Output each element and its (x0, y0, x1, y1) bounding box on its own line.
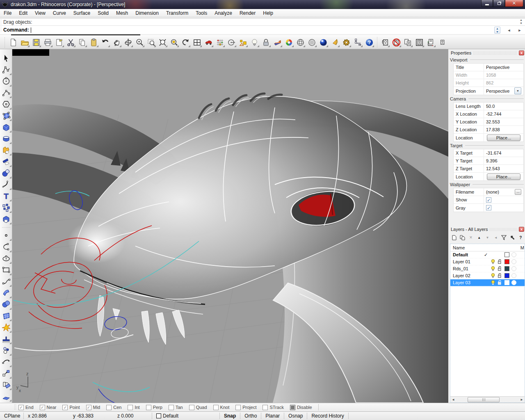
layer-visible-bulb-icon[interactable] (491, 280, 495, 285)
paste-icon[interactable] (88, 37, 99, 48)
layer-material-icon[interactable] (511, 266, 516, 271)
projection-dropdown-icon[interactable]: ▼ (514, 87, 521, 94)
wallpaper-browse-button[interactable]: ... (515, 189, 521, 195)
move-left-icon[interactable]: ◄ (493, 234, 498, 241)
solid-union-box-icon[interactable] (0, 213, 12, 225)
current-layer-pane[interactable]: Default (152, 413, 220, 419)
named-view-portrait-icon[interactable] (436, 37, 448, 48)
prop-row-cam-y[interactable]: Y Location 32.553 (454, 118, 523, 126)
scroll-right-icon[interactable]: ► (519, 398, 525, 402)
prop-row-tgt-z[interactable]: Z Target 12.543 (454, 165, 523, 173)
osnap-disable[interactable]: Disable (290, 405, 312, 410)
layer-material-icon[interactable] (511, 259, 516, 264)
layers-header[interactable]: Layers - All Layers x (450, 226, 525, 233)
osnap-grid-icon[interactable] (214, 37, 226, 48)
lock-icon[interactable] (260, 37, 272, 48)
layer-color-swatch[interactable] (504, 266, 509, 271)
filter-icon[interactable] (501, 234, 507, 241)
rotate-view-icon[interactable] (122, 37, 134, 48)
menu-solid[interactable]: Solid (94, 9, 112, 17)
command-history-scrollbar[interactable]: ▲▼ (518, 18, 524, 26)
layer-material-icon[interactable] (511, 280, 516, 285)
zoom-window-icon[interactable] (145, 37, 157, 48)
osnap-tan[interactable]: Tan (169, 405, 183, 410)
command-input[interactable]: Command: ▲▼ ◄ ► (0, 25, 525, 34)
prop-row-filename[interactable]: Filename (none) ... (454, 188, 523, 196)
cplane-pane[interactable]: CPlane (0, 413, 24, 419)
restore-button[interactable] (493, 0, 505, 7)
select-pointer-icon[interactable] (0, 52, 12, 64)
properties-header[interactable]: Properties x (450, 49, 525, 56)
blend-curve-icon[interactable] (0, 276, 12, 287)
revolve-surface-icon[interactable] (0, 133, 12, 144)
osnap-project[interactable]: Project (235, 405, 256, 410)
layer-color-swatch[interactable] (504, 280, 509, 285)
layer-material-icon[interactable] (511, 273, 516, 278)
menu-surface[interactable]: Surface (70, 9, 94, 17)
layer-row-rds01[interactable]: Rds_01 (450, 265, 525, 272)
car-icon[interactable] (203, 37, 214, 48)
open-curve-icon[interactable] (0, 241, 12, 253)
rectangle-icon[interactable] (0, 264, 12, 276)
menu-mesh[interactable]: Mesh (112, 9, 132, 17)
named-view-axes-icon[interactable] (425, 37, 436, 48)
delete-layer-icon[interactable]: × (468, 234, 473, 241)
command-line-grip[interactable] (0, 26, 2, 33)
layer-row-01[interactable]: Layer 01 (450, 258, 525, 265)
osnap-near[interactable]: ✓Near (40, 405, 57, 410)
snap-pane[interactable]: Snap (220, 413, 240, 419)
osnap-strack[interactable]: STrack (262, 405, 283, 410)
command-history-grip[interactable] (0, 19, 2, 25)
osnap-end[interactable]: ✓End (18, 405, 34, 410)
named-view-copy-icon[interactable] (402, 37, 413, 48)
layer-visible-bulb-icon[interactable] (491, 259, 495, 264)
layer-row-03-selected[interactable]: Layer 03 (450, 279, 525, 286)
osnap-quad[interactable]: Quad (189, 405, 207, 410)
layer-material-icon[interactable] (511, 252, 516, 257)
new-file-icon[interactable] (7, 37, 19, 48)
camera-place-button[interactable]: Place... (487, 135, 520, 141)
point-icon[interactable] (0, 230, 12, 241)
wallpaper-show-checkbox[interactable]: ✓ (486, 197, 491, 203)
layer-unlocked-icon[interactable] (498, 266, 502, 271)
record-history-pane[interactable]: Record History (307, 413, 348, 419)
layer-color-swatch[interactable] (504, 259, 509, 264)
pan-icon[interactable] (111, 37, 122, 48)
menu-edit[interactable]: Edit (15, 9, 31, 17)
osnap-int[interactable]: Int (128, 405, 139, 410)
polygon-icon[interactable] (0, 98, 12, 110)
fillet-curve-icon[interactable] (0, 179, 12, 190)
named-view-disable-icon[interactable] (390, 37, 402, 48)
dimension-tool-icon[interactable] (352, 37, 363, 48)
wallpaper-gray-checkbox[interactable]: ✓ (486, 205, 491, 210)
boolean-union-icon[interactable] (0, 299, 12, 310)
new-layer-icon[interactable] (452, 234, 457, 241)
named-view-rotate-icon[interactable] (379, 37, 390, 48)
render-wedge-icon[interactable] (272, 37, 283, 48)
toolbar-grip[interactable] (4, 37, 6, 48)
sphere-wireframe-icon[interactable] (294, 37, 306, 48)
osnap-pane[interactable]: Osnap (284, 413, 307, 419)
ellipse-center-icon[interactable] (0, 253, 12, 264)
save-file-icon[interactable] (30, 37, 42, 48)
planar-pane[interactable]: Planar (261, 413, 284, 419)
control-point-curve-icon[interactable] (0, 64, 12, 75)
prop-row-tgt-y[interactable]: Y Target 9.396 (454, 157, 523, 165)
tools-hammer-icon[interactable] (510, 234, 515, 241)
command-scroll-right-icon[interactable]: ► (514, 28, 525, 32)
surface-from-points-icon[interactable] (0, 110, 12, 121)
title-bar[interactable]: drakon.3dm - Rhinoceros (Corporate) - [P… (0, 0, 525, 9)
menu-file[interactable]: File (0, 9, 15, 17)
edit-page-icon[interactable] (53, 37, 65, 48)
menu-transform[interactable]: Transform (162, 9, 192, 17)
bend-surface-icon[interactable] (0, 287, 12, 299)
move-up-icon[interactable]: ▲ (477, 234, 482, 241)
osnap-knot[interactable]: Knot (213, 405, 230, 410)
scroll-left-icon[interactable]: ◄ (450, 398, 456, 402)
named-view-frame-icon[interactable] (413, 37, 425, 48)
explode-icon[interactable] (0, 202, 12, 213)
copy-icon[interactable] (76, 37, 88, 48)
layer-unlocked-icon[interactable] (498, 273, 502, 278)
menu-tools[interactable]: Tools (192, 9, 211, 17)
prop-row-cam-x[interactable]: X Location -52.744 (454, 110, 523, 118)
